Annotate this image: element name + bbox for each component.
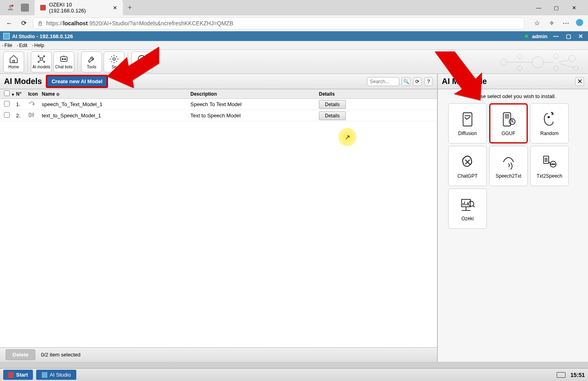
svg-point-33: [553, 164, 554, 165]
search-input[interactable]: [367, 77, 399, 86]
status-dot-icon: [525, 35, 528, 38]
clock: 15:51: [570, 372, 585, 378]
chevron-down-icon[interactable]: ▼: [11, 92, 15, 97]
maximize-window-button[interactable]: ▢: [549, 3, 564, 12]
tools-button[interactable]: Tools: [81, 51, 102, 72]
svg-point-32: [552, 164, 553, 165]
app-minimize-button[interactable]: —: [551, 33, 560, 39]
svg-point-20: [569, 55, 575, 62]
tile-ozeki[interactable]: Ozeki: [448, 188, 487, 229]
table-row[interactable]: 1. speech_To_Text_Model_1 Speech To Text…: [0, 99, 437, 110]
col-desc[interactable]: Description: [190, 91, 319, 97]
col-num[interactable]: N°: [16, 91, 28, 97]
back-button[interactable]: ←: [4, 18, 14, 29]
delete-button[interactable]: Delete: [6, 349, 35, 360]
menu-edit[interactable]: Edit: [17, 43, 27, 48]
svg-marker-22: [107, 47, 159, 88]
lock-icon: [37, 20, 43, 26]
row-name: speech_To_Text_Model_1: [42, 101, 190, 107]
row-name: text_to_Speech_Model_1: [42, 113, 190, 119]
profile-icon[interactable]: [6, 4, 14, 12]
browser-tab[interactable]: OZEKI 10 (192.168.0.126) ✕: [35, 0, 123, 16]
close-tab-icon[interactable]: ✕: [113, 5, 117, 11]
taskbar-app-icon: [42, 372, 47, 378]
svg-rect-25: [29, 113, 31, 117]
svg-point-10: [62, 59, 63, 60]
svg-point-21: [574, 66, 578, 71]
refresh-button[interactable]: ⟳: [18, 18, 29, 29]
create-ai-model-button[interactable]: Create new AI Model: [47, 76, 107, 87]
sort-icon: ⊙: [56, 92, 59, 96]
user-label[interactable]: admin: [532, 33, 547, 39]
content-area: AI Models Create new AI Model 🔍 ⟳ ? ▼ N°…: [0, 74, 588, 362]
details-button[interactable]: Details: [319, 100, 346, 109]
start-button[interactable]: Start: [3, 370, 33, 380]
search-icon[interactable]: 🔍: [402, 77, 410, 86]
app-title-text: AI Studio - 192.168.0.126: [12, 33, 73, 39]
app-maximize-button[interactable]: ▢: [564, 33, 573, 39]
annotation-arrow-right: [432, 49, 484, 103]
ai-models-button[interactable]: AI models: [31, 51, 52, 72]
keyboard-icon[interactable]: [557, 372, 566, 378]
row-checkbox[interactable]: [4, 112, 10, 118]
svg-rect-9: [61, 57, 67, 61]
svg-point-11: [65, 59, 66, 60]
model-type-grid: Diffusion GGUF Random ChatGPT Speech2Txt…: [438, 103, 588, 229]
col-name[interactable]: Name ⊙: [42, 91, 190, 97]
menu-file[interactable]: File: [2, 43, 12, 48]
copilot-icon[interactable]: [575, 18, 584, 27]
tab-title: OZEKI 10 (192.168.0.126): [49, 2, 110, 14]
row-checkbox[interactable]: [4, 101, 10, 107]
svg-point-0: [9, 5, 12, 8]
tile-gguf[interactable]: GGUF: [489, 103, 528, 143]
taskbar-app[interactable]: AI Studio: [36, 370, 77, 380]
refresh-list-icon[interactable]: ⟳: [413, 77, 422, 86]
svg-rect-26: [463, 113, 472, 126]
side-panel: AI Model de ✕ Please select odel you wis…: [438, 74, 588, 362]
details-button[interactable]: Details: [319, 111, 346, 120]
svg-point-34: [554, 164, 555, 165]
minimize-window-button[interactable]: —: [531, 3, 546, 12]
row-desc: Text to Speech Model: [190, 113, 319, 119]
url-text: https://localhost:9520/AI+Studio/?a=Mode…: [46, 20, 233, 27]
recent-tabs-icon[interactable]: [21, 4, 29, 12]
svg-marker-23: [435, 51, 482, 100]
close-window-button[interactable]: ✕: [566, 3, 582, 12]
app-close-button[interactable]: ✕: [577, 33, 585, 39]
decoration-network-icon: [492, 51, 584, 73]
tile-random[interactable]: Random: [530, 103, 569, 143]
col-details[interactable]: Details: [319, 91, 359, 97]
svg-point-6: [44, 56, 45, 57]
select-all-checkbox[interactable]: [4, 90, 10, 96]
main-panel: AI Models Create new AI Model 🔍 ⟳ ? ▼ N°…: [0, 74, 438, 362]
svg-point-1: [12, 5, 14, 7]
chat-bots-button[interactable]: Chat bots: [53, 51, 74, 72]
tile-diffusion[interactable]: Diffusion: [448, 103, 487, 143]
svg-point-8: [44, 61, 45, 63]
collections-icon[interactable]: ✧: [546, 18, 557, 29]
tile-speech2txt[interactable]: Speech2Txt: [489, 146, 528, 186]
close-panel-button[interactable]: ✕: [575, 77, 584, 86]
tile-txt2speech[interactable]: Txt2Speech: [530, 146, 569, 186]
col-icon[interactable]: Icon: [28, 91, 42, 97]
browser-tab-strip: OZEKI 10 (192.168.0.126) ✕ + — ▢ ✕: [0, 0, 588, 15]
table-row[interactable]: 2. text_to_Speech_Model_1 Text to Speech…: [0, 110, 437, 121]
menu-bar: File Edit Help: [0, 41, 588, 50]
svg-point-5: [38, 56, 39, 57]
favorite-icon[interactable]: ☆: [532, 18, 542, 29]
more-icon[interactable]: ⋯: [561, 18, 571, 29]
home-button[interactable]: Home: [3, 51, 24, 72]
help-icon[interactable]: ?: [424, 77, 433, 86]
svg-point-7: [38, 61, 39, 63]
new-tab-button[interactable]: +: [128, 4, 132, 12]
annotation-arrow-left: [107, 43, 163, 89]
app-icon: [3, 33, 10, 39]
page-title: AI Models: [4, 77, 42, 86]
tile-chatgpt[interactable]: ChatGPT: [448, 146, 487, 186]
url-field[interactable]: https://localhost:9520/AI+Studio/?a=Mode…: [33, 17, 525, 29]
toolbar: Home AI models Chat bots Tools Se About: [0, 50, 588, 74]
address-bar: ← ⟳ https://localhost:9520/AI+Studio/?a=…: [0, 15, 588, 31]
svg-rect-2: [39, 23, 42, 25]
taskbar: Start AI Studio 15:51: [0, 368, 588, 381]
menu-help[interactable]: Help: [32, 43, 44, 48]
